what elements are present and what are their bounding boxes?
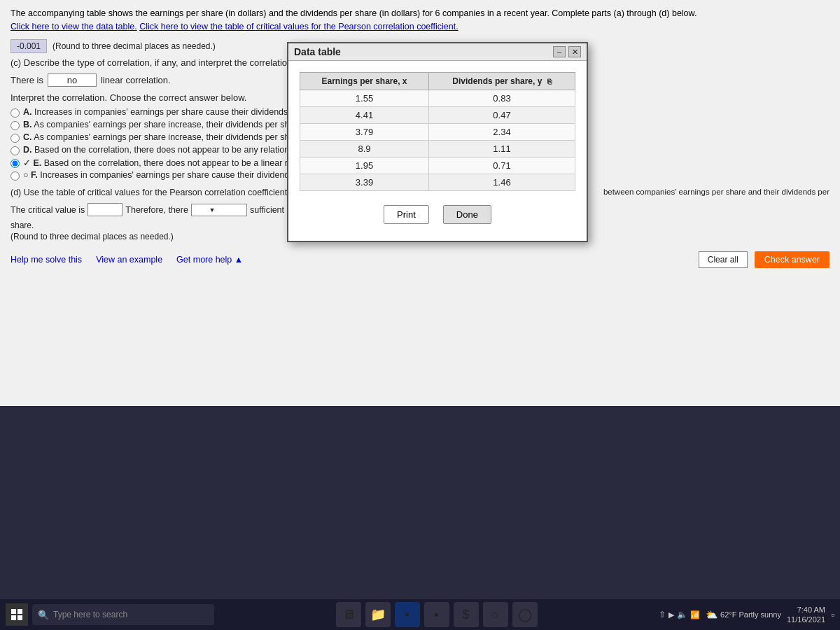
choice-label-b: B. As companies' earnings per share incr… [23, 120, 294, 130]
radio-e[interactable] [10, 159, 20, 168]
part-d-label: (d) Use the table of critical values for… [10, 188, 297, 197]
start-button[interactable] [6, 603, 28, 626]
date-display: 11/16/2021 [787, 615, 825, 624]
table-row: 3.79 2.34 [300, 124, 575, 141]
cell-y-0: 0.83 [429, 90, 575, 107]
data-table-modal: Data table – ✕ Earnings per share, x Div… [287, 42, 588, 242]
table-row: 3.39 1.46 [300, 174, 575, 191]
cell-x-4: 1.95 [300, 158, 429, 174]
round-note: (Round to three decimal places as needed… [52, 41, 216, 51]
minimize-button[interactable]: – [553, 46, 566, 57]
round-note2: (Round to three decimal places as needed… [10, 232, 174, 241]
cell-y-2: 2.34 [429, 124, 575, 141]
value-display: -0.001 [10, 39, 47, 53]
table-row: 1.55 0.83 [300, 90, 575, 107]
critical-values-link[interactable]: Click here to view the table of critical… [139, 22, 458, 31]
view-example-link[interactable]: View an example [96, 255, 162, 265]
taskbar-app-icon-3[interactable]: ▪ [395, 602, 420, 627]
taskbar-app-icon-1[interactable]: 🖥 [336, 602, 361, 627]
right-action-buttons: Clear all Check answer [699, 251, 830, 268]
clock-display: 7:40 AM 11/16/2021 [787, 605, 825, 625]
get-more-help-link[interactable]: Get more help ▲ [176, 255, 243, 265]
share-label: share. [10, 220, 34, 230]
interpret-label: Interpret the correlation. Choose the co… [10, 92, 246, 103]
radio-c[interactable] [10, 134, 20, 143]
therefore-label: Therefore, there [125, 205, 188, 215]
taskbar: 🔍 Type here to search 🖥 📁 ▪ ▪ $ ○ ◯ ⇧ ▶ … [0, 599, 840, 630]
bottom-buttons-row: Help me solve this View an example Get m… [10, 248, 830, 271]
search-placeholder: Type here to search [53, 610, 127, 620]
data-table-link[interactable]: Click here to view the data table. [10, 22, 137, 31]
choice-label-d: D. Based on the correlation, there does … [23, 145, 293, 155]
radio-d[interactable] [10, 146, 20, 155]
cell-y-1: 0.47 [429, 107, 575, 124]
system-tray-icons: ⇧ ▶ 🔈 📶 [659, 610, 700, 620]
weather-text: 62°F Partly sunny [720, 610, 781, 619]
radio-f[interactable] [10, 172, 20, 181]
modal-title: Data table [294, 46, 341, 57]
cell-x-5: 3.39 [300, 174, 429, 191]
tray-icon-2: ▶ [668, 610, 674, 620]
choice-label-a: A. Increases in companies' earnings per … [23, 107, 295, 117]
taskbar-app-icon-4[interactable]: ▪ [424, 602, 449, 627]
tray-icon-3: 🔈 [677, 610, 687, 620]
print-button[interactable]: Print [384, 205, 429, 224]
svg-rect-1 [18, 609, 22, 614]
svg-rect-2 [11, 615, 16, 620]
taskbar-middle: 🖥 📁 ▪ ▪ $ ○ ◯ [218, 602, 654, 627]
clear-all-button[interactable]: Clear all [699, 251, 748, 268]
taskbar-search-box[interactable]: 🔍 Type here to search [32, 604, 214, 625]
cell-y-5: 1.46 [429, 174, 575, 191]
choice-label-f: ○ F. Increases in companies' earnings pe… [23, 170, 301, 180]
table-row: 8.9 1.11 [300, 141, 575, 158]
cell-x-1: 4.41 [300, 107, 429, 124]
table-row: 4.41 0.47 [300, 107, 575, 124]
taskbar-right: ⇧ ▶ 🔈 📶 ⛅ 62°F Partly sunny 7:40 AM 11/1… [659, 605, 834, 625]
col-header-x: Earnings per share, x [300, 73, 429, 90]
taskbar-app-icon-2[interactable]: 📁 [365, 602, 391, 627]
close-button[interactable]: ✕ [568, 46, 581, 57]
taskbar-app-icon-6[interactable]: ○ [483, 602, 508, 627]
taskbar-app-icon-7[interactable]: ◯ [512, 602, 538, 627]
help-me-solve-link[interactable]: Help me solve this [10, 255, 82, 265]
time-display: 7:40 AM [787, 605, 825, 615]
weather-display: ⛅ 62°F Partly sunny [706, 609, 781, 620]
choice-label-e: ✓ E. Based on the correlation, there doe… [23, 158, 304, 168]
cell-x-0: 1.55 [300, 90, 429, 107]
modal-body: Earnings per share, x Dividends per shar… [288, 61, 587, 241]
data-table: Earnings per share, x Dividends per shar… [300, 72, 575, 191]
cell-x-2: 3.79 [300, 124, 429, 141]
part-c-label: (c) Describe the type of correlation, if… [10, 57, 312, 68]
windows-icon [11, 609, 22, 620]
radio-a[interactable] [10, 108, 20, 118]
col-header-y: Dividends per share, y ⎘ [429, 73, 575, 90]
svg-rect-0 [11, 609, 16, 614]
tray-icon-1: ⇧ [659, 610, 666, 620]
search-icon: 🔍 [38, 610, 49, 620]
linear-label: linear correlation. [101, 75, 171, 85]
table-row: 1.95 0.71 [300, 158, 575, 174]
notification-button[interactable]: ▫ [831, 609, 834, 620]
help-links: Help me solve this View an example Get m… [10, 255, 243, 265]
copy-icon: ⎘ [547, 78, 552, 85]
header-text-body: The accompanying table shows the earning… [10, 8, 696, 18]
cell-y-3: 1.11 [429, 141, 575, 158]
cell-x-3: 8.9 [300, 141, 429, 158]
choice-label-c: C. As companies' earnings per share incr… [23, 132, 294, 142]
dark-background [0, 406, 840, 630]
critical-label: The critical value is [10, 205, 85, 215]
critical-value-input[interactable] [88, 203, 122, 216]
check-answer-button[interactable]: Check answer [755, 251, 830, 268]
therefore-select[interactable] [191, 204, 247, 216]
cell-y-4: 0.71 [429, 158, 575, 174]
svg-rect-3 [18, 615, 22, 620]
there-is-label: There is [10, 75, 43, 85]
correlation-type-box[interactable]: no [48, 74, 97, 87]
modal-titlebar: Data table – ✕ [288, 43, 587, 61]
header-description: The accompanying table shows the earning… [10, 7, 830, 34]
taskbar-app-icon-5[interactable]: $ [454, 602, 479, 627]
modal-footer: Print Done [300, 205, 575, 230]
done-button[interactable]: Done [443, 205, 491, 224]
radio-b[interactable] [10, 121, 20, 130]
weather-icon: ⛅ [706, 609, 718, 620]
